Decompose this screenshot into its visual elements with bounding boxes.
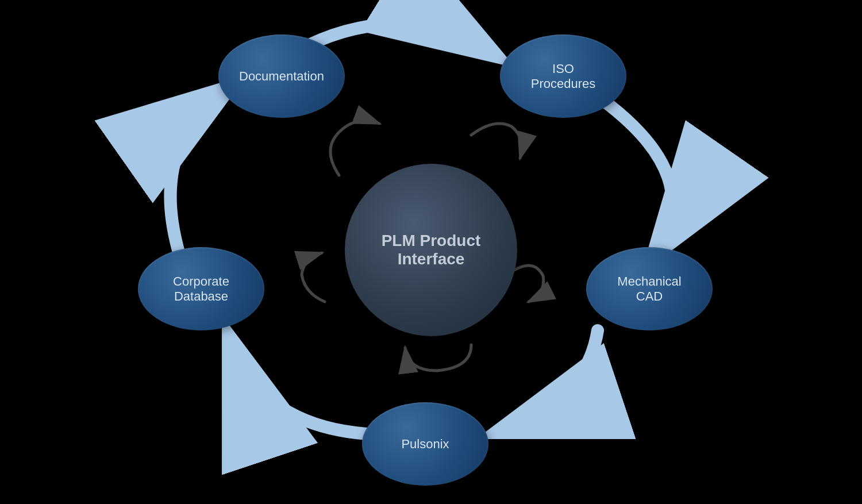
- node-iso: ISOProcedures: [500, 34, 626, 118]
- node-mechanical-label: MechanicalCAD: [617, 274, 681, 304]
- node-documentation-label: Documentation: [239, 69, 324, 84]
- node-mechanical: MechanicalCAD: [586, 247, 713, 330]
- node-iso-label: ISOProcedures: [531, 61, 596, 91]
- center-label-line2: Interface: [398, 250, 465, 268]
- plm-diagram: PLM Product Interface Documentation ISOP…: [0, 0, 862, 504]
- node-corporate: CorporateDatabase: [138, 247, 264, 330]
- node-pulsonix: Pulsonix: [362, 402, 488, 486]
- center-label-line1: PLM Product: [382, 232, 481, 249]
- node-corporate-label: CorporateDatabase: [173, 274, 229, 304]
- center-node: PLM Product Interface: [345, 164, 517, 336]
- node-pulsonix-label: Pulsonix: [401, 437, 449, 452]
- node-documentation: Documentation: [218, 34, 345, 118]
